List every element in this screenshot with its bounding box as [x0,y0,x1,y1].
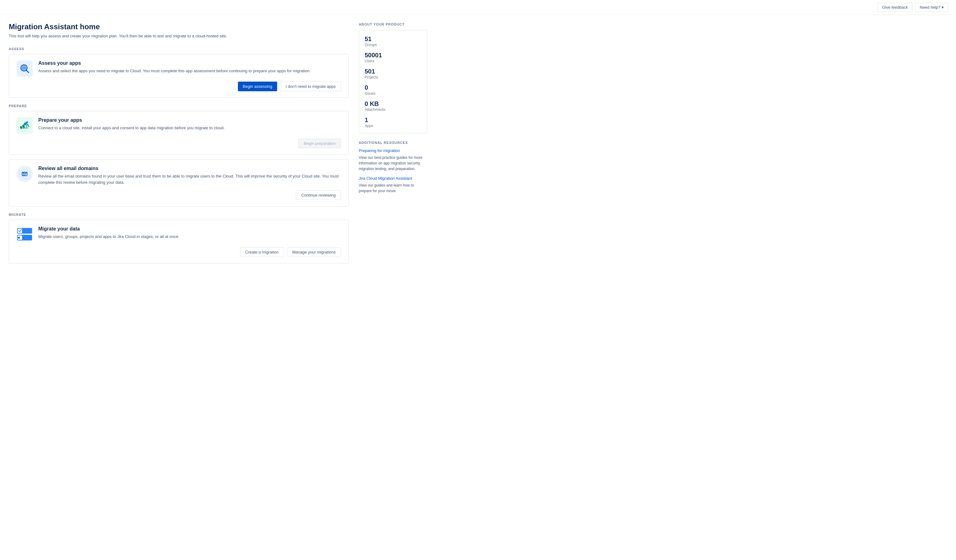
stat-label: Users [365,59,421,63]
assess-apps-body: Assess your apps Assess and select the a… [38,60,341,74]
resource-description: View our best practice guides for more i… [359,155,427,171]
assess-apps-actions: Begin assessing I don't need to migrate … [17,82,341,91]
stat-number: 51 [365,35,421,42]
svg-rect-7 [26,125,27,129]
prepare-apps-card: Prepare your apps Connect to a cloud sit… [9,111,349,155]
create-migration-button[interactable]: Create a migration [240,247,284,257]
review-email-title: Review all email domains [38,166,341,171]
page-layout: Migration Assistant home This tool will … [0,15,436,275]
product-stats-card: 51 Groups 50001 Users 501 Projects 0 Iss… [359,30,427,133]
stat-item: 51 Groups [365,35,421,47]
begin-assessing-button[interactable]: Begin assessing [238,82,277,91]
prepare-apps-description: Connect to a cloud site, install your ap… [38,125,341,131]
manage-migrations-button[interactable]: Manage your migrations [287,247,341,257]
assess-apps-card: Assess your apps Assess and select the a… [9,54,349,98]
migrate-data-description: Migrate users, groups, projects and apps… [38,234,341,240]
review-email-description: Review all the email domains found in yo… [38,173,341,185]
migrate-icon [17,226,33,242]
chevron-down-icon: ▾ [942,5,944,9]
resource-item: Jira Cloud Migration Assistant View our … [359,176,427,194]
assess-apps-title: Assess your apps [38,60,341,66]
review-email-card: Review all email domains Review all the … [9,159,349,206]
begin-preparation-button: Begin preparation [298,138,341,148]
page-title: Migration Assistant home [9,22,349,31]
stat-number: 1 [365,116,421,124]
additional-resources-label: ADDITIONAL RESOURCES [359,141,427,145]
stat-label: Attachments [365,107,421,112]
prepare-icon [17,117,33,134]
review-email-body: Review all email domains Review all the … [38,166,341,185]
about-product-label: ABOUT YOUR PRODUCT [359,22,427,26]
svg-point-18 [20,236,22,239]
stat-number: 0 [365,84,421,91]
migrate-section-label: MIGRATE [9,213,349,217]
assess-icon [17,60,33,77]
resource-link[interactable]: Jira Cloud Migration Assistant [359,176,427,181]
no-migrate-apps-button[interactable]: I don't need to migrate apps [280,82,341,91]
stat-number: 501 [365,68,421,75]
svg-point-3 [24,67,25,69]
migrate-data-title: Migrate your data [38,226,341,232]
stat-label: Projects [365,75,421,79]
give-feedback-button[interactable]: Give feedback [877,3,912,12]
migrate-data-card: Migrate your data Migrate users, groups,… [9,220,349,263]
page-subtitle: This tool will help you assess and creat… [9,34,349,38]
stat-label: Apps [365,124,421,128]
migrate-data-body: Migrate your data Migrate users, groups,… [38,226,341,240]
svg-line-2 [27,71,29,72]
stat-item: 1 Apps [365,116,421,128]
review-email-actions: Continue reviewing [17,190,341,200]
continue-reviewing-button[interactable]: Continue reviewing [296,190,341,200]
stat-label: Groups [365,42,421,47]
resource-item: Preparing for migration View our best pr… [359,148,427,171]
prepare-apps-title: Prepare your apps [38,117,341,123]
sidebar: ABOUT YOUR PRODUCT 51 Groups 50001 Users… [359,22,427,268]
prepare-apps-body: Prepare your apps Connect to a cloud sit… [38,117,341,131]
stat-number: 0 KB [365,100,421,107]
top-bar: Give feedback Need help? ▾ [0,0,956,15]
migrate-data-actions: Create a migration Manage your migration… [17,247,341,257]
prepare-apps-actions: Begin preparation [17,138,341,148]
stat-number: 50001 [365,51,421,59]
main-content: Migration Assistant home This tool will … [9,22,349,268]
assess-apps-description: Assess and select the apps you need to m… [38,68,341,74]
need-help-button[interactable]: Need help? ▾ [915,3,949,12]
stat-item: 0 KB Attachments [365,100,421,112]
email-domains-icon [17,166,33,182]
stat-item: 501 Projects [365,68,421,79]
resource-description: View our guides and learn how to prepare… [359,182,427,194]
svg-rect-5 [20,126,22,129]
stat-item: 50001 Users [365,51,421,63]
assess-section-label: ASSESS [9,47,349,51]
resource-link[interactable]: Preparing for migration [359,148,427,153]
prepare-section-label: PREPARE [9,104,349,108]
stat-label: Issues [365,91,421,96]
stat-item: 0 Issues [365,84,421,96]
